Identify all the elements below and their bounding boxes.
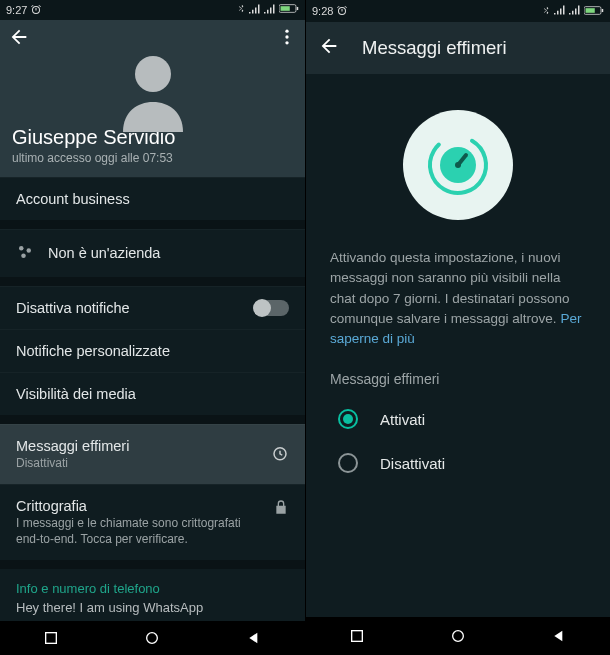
- svg-point-18: [455, 162, 461, 168]
- svg-point-8: [27, 248, 32, 253]
- encryption-row[interactable]: Crittografia I messaggi e le chiamate so…: [0, 484, 305, 560]
- svg-point-9: [21, 253, 26, 258]
- page-title: Messaggi effimeri: [362, 37, 507, 59]
- section-divider: [0, 560, 305, 569]
- android-navbar: [0, 621, 305, 655]
- alarm-icon: [336, 5, 348, 17]
- app-bar: Messaggi effimeri: [306, 22, 610, 74]
- radio-off[interactable]: [338, 453, 358, 473]
- section-divider: [0, 277, 305, 286]
- ephemeral-settings-screen: 9:28 Messaggi effimeri Attiv: [305, 0, 610, 655]
- lock-icon: [273, 498, 289, 519]
- bluetooth-icon: [237, 3, 246, 16]
- last-seen-text: ultimo accesso oggi alle 07:53: [12, 151, 293, 165]
- timer-icon: [271, 444, 289, 465]
- option-on-row[interactable]: Attivati: [306, 397, 610, 441]
- encryption-sub: I messaggi e le chiamate sono crittograf…: [16, 516, 263, 547]
- company-icon: [16, 243, 34, 264]
- contact-info-screen: 9:27 Giuseppe Servidio ultimo: [0, 0, 305, 655]
- ephemeral-title: Messaggi effimeri: [16, 438, 129, 454]
- timer-illustration-icon: [403, 110, 513, 220]
- svg-point-5: [285, 41, 288, 44]
- nav-home-button[interactable]: [450, 628, 466, 644]
- info-section-header: Info e numero di telefono: [0, 569, 305, 600]
- svg-rect-14: [586, 8, 595, 13]
- nav-home-button[interactable]: [144, 630, 160, 646]
- not-company-label: Non è un'azienda: [48, 245, 160, 261]
- signal-icon-2: [569, 5, 581, 17]
- section-divider: [0, 415, 305, 424]
- more-menu-button[interactable]: [277, 27, 297, 51]
- description-body: Attivando questa impostazione, i nuovi m…: [330, 250, 569, 326]
- nav-recents-button[interactable]: [349, 628, 365, 644]
- nav-back-button[interactable]: [551, 628, 567, 644]
- back-button[interactable]: [318, 35, 340, 61]
- media-visibility-label: Visibilità dei media: [16, 386, 136, 402]
- svg-point-6: [135, 56, 171, 92]
- back-button[interactable]: [8, 26, 30, 52]
- contact-header: Giuseppe Servidio ultimo accesso oggi al…: [0, 20, 305, 178]
- custom-notifications-label: Notifiche personalizzate: [16, 343, 170, 359]
- ephemeral-messages-row[interactable]: Messaggi effimeri Disattivati: [0, 424, 305, 485]
- svg-point-7: [19, 246, 24, 251]
- description-text: Attivando questa impostazione, i nuovi m…: [306, 248, 610, 349]
- svg-point-4: [285, 35, 288, 38]
- status-bar: 9:27: [0, 0, 305, 20]
- disable-notifications-row[interactable]: Disattiva notifiche: [0, 286, 305, 329]
- radio-group-label: Messaggi effimeri: [306, 349, 610, 397]
- svg-rect-11: [45, 633, 56, 644]
- android-navbar: [306, 617, 610, 655]
- notifications-toggle[interactable]: [255, 300, 289, 316]
- not-company-row[interactable]: Non è un'azienda: [0, 229, 305, 277]
- battery-icon: [279, 3, 299, 16]
- ephemeral-value: Disattivati: [16, 456, 129, 472]
- option-off-row[interactable]: Disattivati: [306, 441, 610, 485]
- svg-rect-19: [351, 631, 362, 642]
- account-business-row[interactable]: Account business: [0, 177, 305, 220]
- nav-back-button[interactable]: [246, 630, 262, 646]
- signal-icon: [554, 5, 566, 17]
- signal-icon-2: [264, 4, 276, 16]
- status-time: 9:28: [312, 5, 333, 17]
- section-divider: [0, 220, 305, 229]
- avatar[interactable]: [108, 42, 198, 132]
- bluetooth-icon: [542, 5, 551, 18]
- svg-rect-2: [297, 7, 299, 10]
- battery-icon: [584, 5, 604, 18]
- svg-rect-1: [281, 6, 290, 11]
- nav-recents-button[interactable]: [43, 630, 59, 646]
- radio-on[interactable]: [338, 409, 358, 429]
- alarm-icon: [30, 4, 42, 16]
- svg-rect-15: [602, 8, 604, 11]
- svg-point-20: [453, 631, 464, 642]
- svg-point-3: [285, 29, 288, 32]
- option-on-label: Attivati: [380, 411, 425, 428]
- option-off-label: Disattivati: [380, 455, 445, 472]
- about-status-text: Hey there! I am using WhatsApp: [0, 600, 305, 621]
- encryption-title: Crittografia: [16, 498, 263, 514]
- illustration: [306, 74, 610, 248]
- custom-notifications-row[interactable]: Notifiche personalizzate: [0, 329, 305, 372]
- media-visibility-row[interactable]: Visibilità dei media: [0, 372, 305, 415]
- status-bar: 9:28: [306, 0, 610, 22]
- status-time: 9:27: [6, 4, 27, 16]
- svg-point-12: [147, 633, 158, 644]
- signal-icon: [249, 4, 261, 16]
- disable-notifications-label: Disattiva notifiche: [16, 300, 130, 316]
- account-business-label: Account business: [16, 191, 130, 207]
